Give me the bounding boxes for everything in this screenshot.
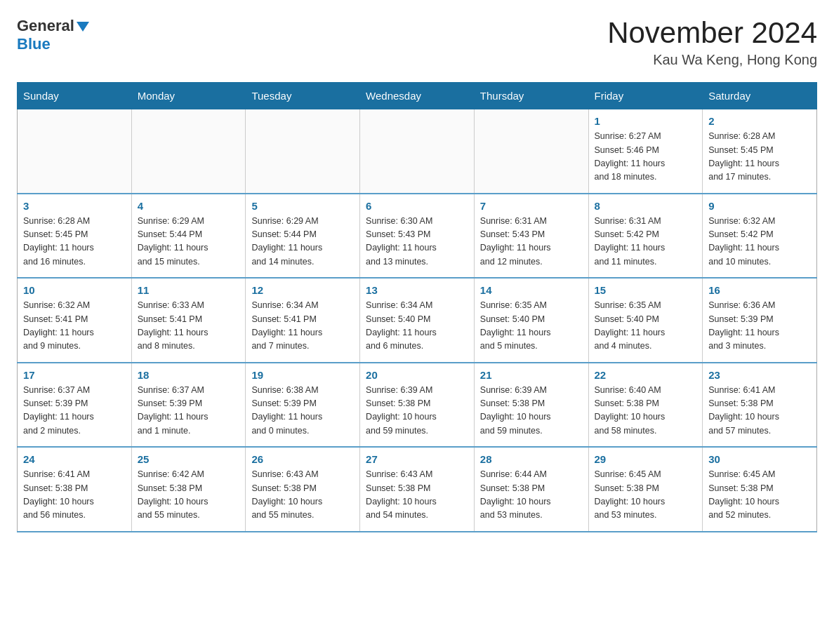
calendar-header-row: SundayMondayTuesdayWednesdayThursdayFrid… [18,83,817,109]
day-info: Sunrise: 6:38 AM Sunset: 5:39 PM Dayligh… [251,384,354,438]
day-number: 4 [138,200,240,212]
day-number: 19 [251,369,354,381]
calendar-day-cell: 24Sunrise: 6:41 AM Sunset: 5:38 PM Dayli… [18,447,132,532]
day-number: 3 [23,200,126,212]
day-number: 23 [708,369,811,381]
calendar-day-cell: 12Sunrise: 6:34 AM Sunset: 5:41 PM Dayli… [246,278,360,363]
calendar-day-cell: 29Sunrise: 6:45 AM Sunset: 5:38 PM Dayli… [588,447,703,532]
day-number: 9 [708,200,811,212]
day-number: 5 [251,200,354,212]
day-number: 7 [480,200,583,212]
page-header: General Blue November 2024 Kau Wa Keng, … [17,17,817,68]
day-number: 13 [366,284,468,296]
day-info: Sunrise: 6:31 AM Sunset: 5:42 PM Dayligh… [595,215,697,269]
column-header-friday: Friday [588,83,703,109]
day-info: Sunrise: 6:29 AM Sunset: 5:44 PM Dayligh… [251,215,354,269]
day-number: 26 [251,453,354,465]
calendar-day-cell [18,109,132,194]
calendar-day-cell: 20Sunrise: 6:39 AM Sunset: 5:38 PM Dayli… [360,363,475,448]
calendar-day-cell: 5Sunrise: 6:29 AM Sunset: 5:44 PM Daylig… [246,194,360,279]
day-number: 22 [595,369,697,381]
calendar-day-cell: 8Sunrise: 6:31 AM Sunset: 5:42 PM Daylig… [588,194,703,279]
calendar-day-cell: 26Sunrise: 6:43 AM Sunset: 5:38 PM Dayli… [246,447,360,532]
calendar-day-cell: 21Sunrise: 6:39 AM Sunset: 5:38 PM Dayli… [474,363,588,448]
calendar-day-cell: 28Sunrise: 6:44 AM Sunset: 5:38 PM Dayli… [474,447,588,532]
logo-triangle-icon [77,22,89,32]
day-number: 1 [595,115,697,127]
day-info: Sunrise: 6:28 AM Sunset: 5:45 PM Dayligh… [23,215,126,269]
calendar-day-cell: 27Sunrise: 6:43 AM Sunset: 5:38 PM Dayli… [360,447,475,532]
day-info: Sunrise: 6:34 AM Sunset: 5:41 PM Dayligh… [251,299,354,354]
day-info: Sunrise: 6:44 AM Sunset: 5:38 PM Dayligh… [480,468,583,523]
calendar-week-row: 17Sunrise: 6:37 AM Sunset: 5:39 PM Dayli… [18,363,817,448]
day-info: Sunrise: 6:45 AM Sunset: 5:38 PM Dayligh… [708,468,811,523]
day-number: 20 [366,369,468,381]
day-info: Sunrise: 6:32 AM Sunset: 5:42 PM Dayligh… [708,215,811,269]
day-info: Sunrise: 6:28 AM Sunset: 5:45 PM Dayligh… [708,130,811,185]
calendar-day-cell: 23Sunrise: 6:41 AM Sunset: 5:38 PM Dayli… [703,363,817,448]
logo: General Blue [17,17,89,53]
calendar-week-row: 24Sunrise: 6:41 AM Sunset: 5:38 PM Dayli… [18,447,817,532]
calendar-day-cell: 19Sunrise: 6:38 AM Sunset: 5:39 PM Dayli… [246,363,360,448]
calendar-table: SundayMondayTuesdayWednesdayThursdayFrid… [17,82,817,532]
calendar-day-cell: 15Sunrise: 6:35 AM Sunset: 5:40 PM Dayli… [588,278,703,363]
calendar-day-cell: 18Sunrise: 6:37 AM Sunset: 5:39 PM Dayli… [131,363,246,448]
day-number: 14 [480,284,583,296]
day-number: 17 [23,369,126,381]
calendar-day-cell: 16Sunrise: 6:36 AM Sunset: 5:39 PM Dayli… [703,278,817,363]
column-header-thursday: Thursday [474,83,588,109]
column-header-wednesday: Wednesday [360,83,475,109]
day-info: Sunrise: 6:34 AM Sunset: 5:40 PM Dayligh… [366,299,468,354]
day-info: Sunrise: 6:27 AM Sunset: 5:46 PM Dayligh… [595,130,697,185]
day-info: Sunrise: 6:41 AM Sunset: 5:38 PM Dayligh… [23,468,126,523]
day-number: 24 [23,453,126,465]
calendar-day-cell: 22Sunrise: 6:40 AM Sunset: 5:38 PM Dayli… [588,363,703,448]
day-info: Sunrise: 6:33 AM Sunset: 5:41 PM Dayligh… [138,299,240,354]
day-info: Sunrise: 6:37 AM Sunset: 5:39 PM Dayligh… [23,384,126,438]
day-info: Sunrise: 6:41 AM Sunset: 5:38 PM Dayligh… [708,384,811,438]
day-info: Sunrise: 6:40 AM Sunset: 5:38 PM Dayligh… [595,384,697,438]
calendar-week-row: 10Sunrise: 6:32 AM Sunset: 5:41 PM Dayli… [18,278,817,363]
calendar-day-cell [474,109,588,194]
calendar-day-cell [360,109,475,194]
calendar-day-cell: 14Sunrise: 6:35 AM Sunset: 5:40 PM Dayli… [474,278,588,363]
title-area: November 2024 Kau Wa Keng, Hong Kong [607,17,817,68]
day-number: 16 [708,284,811,296]
calendar-day-cell: 10Sunrise: 6:32 AM Sunset: 5:41 PM Dayli… [18,278,132,363]
day-info: Sunrise: 6:42 AM Sunset: 5:38 PM Dayligh… [138,468,240,523]
day-info: Sunrise: 6:35 AM Sunset: 5:40 PM Dayligh… [595,299,697,354]
calendar-day-cell: 3Sunrise: 6:28 AM Sunset: 5:45 PM Daylig… [18,194,132,279]
calendar-day-cell: 6Sunrise: 6:30 AM Sunset: 5:43 PM Daylig… [360,194,475,279]
calendar-week-row: 1Sunrise: 6:27 AM Sunset: 5:46 PM Daylig… [18,109,817,194]
day-info: Sunrise: 6:35 AM Sunset: 5:40 PM Dayligh… [480,299,583,354]
day-info: Sunrise: 6:32 AM Sunset: 5:41 PM Dayligh… [23,299,126,354]
day-number: 10 [23,284,126,296]
day-number: 30 [708,453,811,465]
day-number: 21 [480,369,583,381]
calendar-day-cell: 13Sunrise: 6:34 AM Sunset: 5:40 PM Dayli… [360,278,475,363]
day-info: Sunrise: 6:36 AM Sunset: 5:39 PM Dayligh… [708,299,811,354]
day-info: Sunrise: 6:43 AM Sunset: 5:38 PM Dayligh… [251,468,354,523]
column-header-sunday: Sunday [18,83,132,109]
calendar-day-cell [131,109,246,194]
calendar-day-cell: 2Sunrise: 6:28 AM Sunset: 5:45 PM Daylig… [703,109,817,194]
day-number: 28 [480,453,583,465]
column-header-tuesday: Tuesday [246,83,360,109]
day-number: 12 [251,284,354,296]
calendar-day-cell: 9Sunrise: 6:32 AM Sunset: 5:42 PM Daylig… [703,194,817,279]
day-number: 11 [138,284,240,296]
day-info: Sunrise: 6:37 AM Sunset: 5:39 PM Dayligh… [138,384,240,438]
day-number: 25 [138,453,240,465]
day-info: Sunrise: 6:39 AM Sunset: 5:38 PM Dayligh… [480,384,583,438]
day-info: Sunrise: 6:30 AM Sunset: 5:43 PM Dayligh… [366,215,468,269]
logo-blue-text: Blue [17,35,51,53]
day-info: Sunrise: 6:39 AM Sunset: 5:38 PM Dayligh… [366,384,468,438]
day-number: 18 [138,369,240,381]
day-number: 29 [595,453,697,465]
calendar-day-cell: 17Sunrise: 6:37 AM Sunset: 5:39 PM Dayli… [18,363,132,448]
calendar-day-cell: 1Sunrise: 6:27 AM Sunset: 5:46 PM Daylig… [588,109,703,194]
column-header-monday: Monday [131,83,246,109]
day-info: Sunrise: 6:31 AM Sunset: 5:43 PM Dayligh… [480,215,583,269]
month-title: November 2024 [607,17,817,49]
calendar-day-cell: 4Sunrise: 6:29 AM Sunset: 5:44 PM Daylig… [131,194,246,279]
